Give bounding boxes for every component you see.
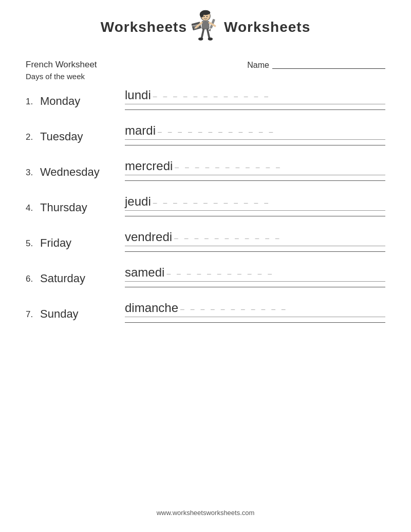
svg-point-14 (208, 38, 213, 41)
day-row: 2.Tuesdaymardi– – – – – – – – – – – – (26, 125, 385, 145)
day-item: 1.Mondaylundi– – – – – – – – – – – – (26, 90, 385, 125)
dashes: – – – – – – – – – – – (174, 234, 282, 242)
svg-line-12 (208, 29, 210, 38)
writing-line-top: lundi– – – – – – – – – – – – (125, 90, 385, 104)
website-url: www.worksheetsworksheets.com (157, 509, 255, 517)
writing-line-bottom (125, 180, 385, 181)
dash-line: – – – – – – – – – – – – (156, 127, 385, 138)
writing-line-bottom (125, 287, 385, 287)
day-english: Thursday (40, 201, 125, 216)
writing-line-bottom (125, 145, 385, 145)
day-number: 1. (26, 97, 40, 110)
day-number: 6. (26, 274, 40, 287)
name-line (272, 68, 385, 69)
name-field: Name (247, 61, 385, 70)
day-row: 1.Mondaylundi– – – – – – – – – – – – (26, 90, 385, 110)
svg-rect-8 (202, 21, 210, 29)
svg-line-11 (202, 29, 204, 38)
day-english: Saturday (40, 272, 125, 287)
day-writing-area: mercredi– – – – – – – – – – – (125, 161, 385, 181)
day-number: 2. (26, 132, 40, 145)
writing-line-top: jeudi– – – – – – – – – – – – (125, 196, 385, 211)
dashes: – – – – – – – – – – – – (153, 198, 270, 207)
day-english: Wednesday (40, 166, 125, 181)
french-word: samedi (125, 265, 164, 280)
dash-line: – – – – – – – – – – – (164, 269, 385, 280)
day-row: 6.Saturdaysamedi– – – – – – – – – – – (26, 267, 385, 287)
day-spacer (26, 110, 385, 125)
day-item: 5.Fridayvendredi– – – – – – – – – – – (26, 232, 385, 267)
day-english: Monday (40, 95, 125, 110)
footer: www.worksheetsworksheets.com (26, 505, 385, 517)
day-spacer (26, 287, 385, 303)
name-label: Name (247, 61, 269, 70)
day-row: 5.Fridayvendredi– – – – – – – – – – – (26, 232, 385, 252)
writing-line-top: mercredi– – – – – – – – – – – (125, 161, 385, 175)
kid-figure: 24÷ (190, 9, 221, 45)
writing-line-top: mardi– – – – – – – – – – – – (125, 125, 385, 140)
day-row: 7.Sundaydimanche– – – – – – – – – – – (26, 303, 385, 323)
day-spacer (26, 252, 385, 267)
logo-left: Worksheets (101, 19, 187, 35)
day-item: 7.Sundaydimanche– – – – – – – – – – – (26, 303, 385, 338)
dashes: – – – – – – – – – – – (175, 163, 282, 171)
days-list: 1.Mondaylundi– – – – – – – – – – – –2.Tu… (26, 90, 385, 496)
meta-row: French Worksheet Name (26, 60, 385, 70)
dash-line: – – – – – – – – – – – – (151, 92, 385, 102)
dash-line: – – – – – – – – – – – (173, 163, 385, 173)
french-word: jeudi (125, 194, 151, 209)
day-writing-area: vendredi– – – – – – – – – – – (125, 232, 385, 252)
day-item: 3.Wednesdaymercredi– – – – – – – – – – – (26, 161, 385, 196)
day-writing-area: samedi– – – – – – – – – – – (125, 267, 385, 287)
writing-line-bottom (125, 322, 385, 323)
writing-line-bottom (125, 216, 385, 216)
french-word: mercredi (125, 159, 173, 173)
day-spacer (26, 181, 385, 196)
day-row: 3.Wednesdaymercredi– – – – – – – – – – – (26, 161, 385, 181)
writing-line-bottom (125, 109, 385, 110)
day-row: 4.Thursdayjeudi– – – – – – – – – – – – (26, 196, 385, 216)
svg-point-13 (198, 38, 203, 41)
svg-point-15 (203, 16, 204, 17)
day-item: 4.Thursdayjeudi– – – – – – – – – – – – (26, 196, 385, 232)
svg-point-16 (207, 16, 208, 17)
writing-line-bottom (125, 251, 385, 252)
dashes: – – – – – – – – – – – (166, 269, 274, 278)
day-number: 5. (26, 239, 40, 252)
kid-icon: 24÷ (190, 9, 221, 45)
dash-line: – – – – – – – – – – – – (151, 198, 385, 209)
day-english: Tuesday (40, 130, 125, 145)
worksheet-title: French Worksheet (26, 60, 97, 70)
dash-line: – – – – – – – – – – – (172, 234, 385, 244)
french-word: vendredi (125, 230, 172, 244)
day-number: 4. (26, 203, 40, 216)
dashes: – – – – – – – – – – – – (153, 92, 270, 100)
day-english: Sunday (40, 307, 125, 323)
writing-line-top: samedi– – – – – – – – – – – (125, 267, 385, 282)
day-item: 6.Saturdaysamedi– – – – – – – – – – – (26, 267, 385, 303)
french-word: lundi (125, 88, 151, 102)
header: Worksheets 24÷ (26, 0, 385, 50)
writing-line-top: dimanche– – – – – – – – – – – (125, 303, 385, 317)
day-number: 7. (26, 309, 40, 323)
day-writing-area: dimanche– – – – – – – – – – – (125, 303, 385, 323)
french-word: mardi (125, 123, 156, 138)
page: Worksheets 24÷ (0, 0, 411, 532)
day-spacer (26, 323, 385, 338)
dashes: – – – – – – – – – – – – (158, 127, 275, 136)
day-number: 3. (26, 168, 40, 181)
day-writing-area: jeudi– – – – – – – – – – – – (125, 196, 385, 216)
day-english: Friday (40, 236, 125, 252)
day-writing-area: mardi– – – – – – – – – – – – (125, 125, 385, 145)
logo-right: Worksheets (224, 19, 310, 35)
subtitle: Days of the week (26, 72, 385, 81)
dash-line: – – – – – – – – – – – (178, 305, 385, 315)
day-spacer (26, 216, 385, 232)
day-item: 2.Tuesdaymardi– – – – – – – – – – – – (26, 125, 385, 161)
dashes: – – – – – – – – – – – (180, 305, 288, 313)
french-word: dimanche (125, 301, 178, 315)
day-writing-area: lundi– – – – – – – – – – – – (125, 90, 385, 110)
svg-point-7 (200, 12, 203, 17)
writing-line-top: vendredi– – – – – – – – – – – (125, 232, 385, 246)
day-spacer (26, 145, 385, 161)
